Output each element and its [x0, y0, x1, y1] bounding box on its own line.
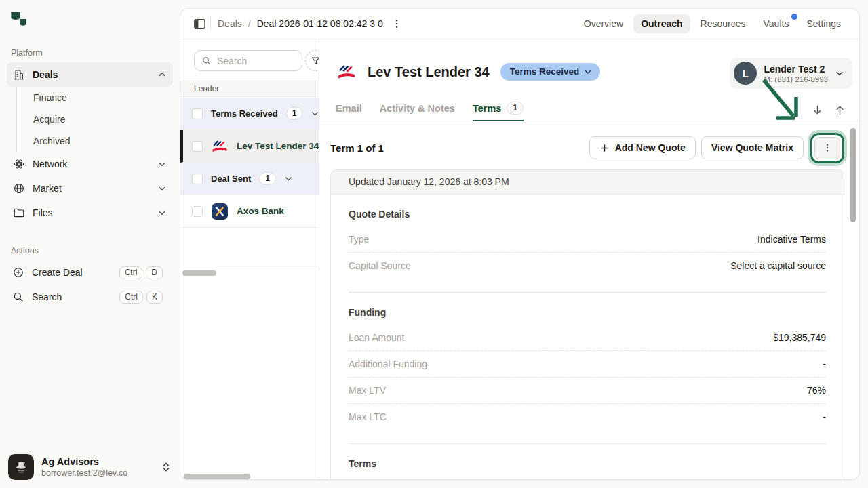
- search-action[interactable]: Search Ctrl K: [0, 285, 180, 309]
- add-new-quote-button[interactable]: Add New Quote: [589, 136, 696, 159]
- chevron-down-icon: [835, 68, 844, 78]
- account-switcher[interactable]: Ag Advisors borrower.test.2@lev.co: [8, 454, 171, 480]
- arrow-up-icon[interactable]: [834, 104, 846, 116]
- breadcrumb-deals[interactable]: Deals: [218, 18, 242, 29]
- field-value[interactable]: -: [823, 411, 826, 422]
- status-badge[interactable]: Terms Received: [500, 63, 601, 81]
- tab-settings[interactable]: Settings: [799, 14, 848, 33]
- divider: [210, 17, 211, 30]
- kbd-ctrl: Ctrl: [119, 291, 143, 304]
- chevron-up-icon: [157, 70, 167, 79]
- view-quote-matrix-label: View Quote Matrix: [711, 142, 793, 153]
- lev-logo-icon: [8, 9, 28, 29]
- count-badge: 1: [507, 102, 524, 115]
- sidebar-item-label: Files: [33, 207, 53, 218]
- deal-kebab-icon[interactable]: [387, 14, 406, 33]
- lender-search[interactable]: [194, 50, 302, 71]
- sidebar-item-label: Market: [33, 183, 62, 194]
- contact-card[interactable]: L Lender Test 2 M: (831) 216-8993: [730, 58, 852, 89]
- sidebar-item-network[interactable]: Network: [7, 152, 173, 176]
- group-row-terms-received[interactable]: Terms Received 1: [180, 98, 319, 130]
- sidebar-item-market[interactable]: Market: [7, 176, 173, 201]
- bank-of-america-logo: [336, 62, 357, 82]
- notification-dot: [791, 14, 797, 20]
- horizontal-scrollbar[interactable]: [184, 474, 250, 479]
- view-quote-matrix-button[interactable]: View Quote Matrix: [701, 136, 804, 159]
- lender-list-panel: Lender Terms Received 1: [180, 39, 319, 480]
- quote-row-max-ltc: Max LTC -: [349, 403, 826, 430]
- filter-icon[interactable]: [305, 50, 319, 71]
- search-icon: [12, 291, 24, 303]
- deal-topbar: Deals / Deal 2026-01-12 08:02:42 3 0 Ove…: [180, 9, 859, 39]
- tab-overview[interactable]: Overview: [576, 14, 631, 33]
- group-row-deal-sent[interactable]: Deal Sent 1: [180, 163, 319, 195]
- sidebar-item-archived[interactable]: Archived: [17, 130, 180, 152]
- checkbox[interactable]: [192, 108, 203, 119]
- tab-vaults-label: Vaults: [764, 18, 789, 29]
- tab-resources[interactable]: Resources: [693, 14, 753, 33]
- select-arrows-icon: [161, 462, 171, 472]
- chevron-down-icon[interactable]: [311, 109, 319, 118]
- horizontal-scrollbar[interactable]: [182, 270, 216, 276]
- checkbox[interactable]: [192, 174, 203, 184]
- add-new-quote-label: Add New Quote: [615, 142, 686, 153]
- sidebar-item-label: Network: [33, 159, 67, 169]
- count-badge: 1: [286, 107, 303, 120]
- vertical-scrollbar[interactable]: [850, 128, 856, 222]
- tab-terms[interactable]: Terms 1: [473, 102, 524, 121]
- field-label: Type: [349, 234, 369, 245]
- main-panel: Deals / Deal 2026-01-12 08:02:42 3 0 Ove…: [180, 8, 860, 480]
- quote-details-section: Quote Details Type Indicative Terms Capi…: [349, 195, 826, 293]
- annotation-highlight-ring: [810, 133, 844, 163]
- actions-section-label: Actions: [11, 246, 39, 256]
- divider: [180, 266, 319, 266]
- funding-section: Funding Loan Amount $19,385,749 Addition…: [349, 293, 826, 444]
- checkbox[interactable]: [192, 206, 203, 217]
- sidebar-item-acquire[interactable]: Acquire: [17, 108, 180, 130]
- plus-circle-icon: [12, 266, 24, 279]
- field-label: Max LTC: [349, 411, 387, 422]
- arrow-down-icon[interactable]: [812, 104, 823, 116]
- tab-vaults[interactable]: Vaults: [756, 14, 797, 33]
- checkbox[interactable]: [192, 141, 203, 152]
- section-title: Quote Details: [349, 207, 826, 222]
- panel-toggle-icon[interactable]: [190, 14, 209, 33]
- platform-section-label: Platform: [11, 48, 43, 58]
- section-title: Funding: [349, 305, 826, 320]
- field-value[interactable]: 76%: [807, 385, 826, 396]
- globe-icon: [13, 182, 25, 195]
- field-value[interactable]: $19,385,749: [773, 332, 826, 343]
- lender-name: Axos Bank: [237, 206, 284, 216]
- network-icon: [13, 158, 25, 170]
- search-input[interactable]: [217, 56, 285, 66]
- sidebar-item-label: Deals: [33, 69, 58, 80]
- contact-name: Lender Test 2: [764, 64, 828, 75]
- field-value[interactable]: -: [823, 359, 826, 369]
- quote-row-loan-amount: Loan Amount $19,385,749: [349, 324, 826, 350]
- avatar: L: [734, 62, 757, 85]
- sidebar-item-deals[interactable]: Deals: [7, 62, 173, 87]
- sidebar-item-finance[interactable]: Finance: [17, 87, 180, 108]
- tab-email[interactable]: Email: [336, 102, 362, 121]
- quote-kebab-icon[interactable]: [814, 137, 840, 159]
- lender-detail-tabs: Email Activity & Notes Terms 1: [319, 102, 860, 121]
- quote-row-term: Term -: [349, 475, 826, 480]
- deal-tabs: Overview Outreach Resources Vaults Setti…: [576, 14, 848, 33]
- chevron-down-icon[interactable]: [284, 174, 293, 183]
- field-value[interactable]: Indicative Terms: [757, 234, 826, 245]
- quote-row-additional-funding: Additional Funding -: [349, 350, 826, 377]
- create-deal-action[interactable]: Create Deal Ctrl D: [0, 260, 180, 285]
- quote-row-max-ltv: Max LTV 76%: [349, 377, 826, 403]
- tab-outreach[interactable]: Outreach: [633, 14, 690, 33]
- lender-row-lev-test-lender-34[interactable]: Lev Test Lender 34: [180, 130, 319, 163]
- lender-row-axos-bank[interactable]: Axos Bank: [180, 195, 319, 228]
- avatar: [8, 454, 34, 480]
- tab-terms-label: Terms: [473, 103, 501, 114]
- quote-card: Updated January 12, 2026 at 8:03 PM Quot…: [330, 169, 844, 480]
- terms-section: Terms Term -: [349, 444, 826, 480]
- kbd-ctrl: Ctrl: [119, 266, 143, 279]
- lender-detail-panel: Lev Test Lender 34 Terms Received L Lend…: [319, 39, 860, 480]
- tab-activity-notes[interactable]: Activity & Notes: [380, 102, 455, 121]
- sidebar-item-files[interactable]: Files: [7, 201, 173, 225]
- field-value[interactable]: Select a capital source: [730, 260, 826, 271]
